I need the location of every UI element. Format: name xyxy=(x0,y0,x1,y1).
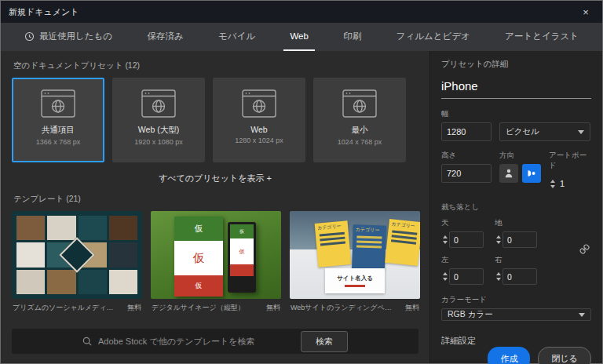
orientation-portrait-button[interactable] xyxy=(499,164,518,183)
template-card-social-media[interactable]: プリズムのソーシャルメディア... 無料 xyxy=(12,211,142,313)
bleed-right-input[interactable] xyxy=(502,268,537,285)
tab-label: モバイル xyxy=(218,31,255,42)
card-category-text: カテゴリー xyxy=(391,221,415,228)
artboard-count: 1 xyxy=(560,179,565,188)
tab-print[interactable]: 印刷 xyxy=(337,23,367,51)
document-name-field[interactable]: iPhone xyxy=(441,79,591,99)
browser-globe-icon xyxy=(342,89,377,118)
preset-card-web-large[interactable]: Web (大型) 1920 x 1080 px xyxy=(112,78,205,162)
preset-name: 最小 xyxy=(352,125,368,136)
presets-heading-text: 空のドキュメントプリセット xyxy=(13,60,122,70)
bleed-left-label: 左 xyxy=(441,255,484,265)
search-icon xyxy=(82,337,92,346)
height-input[interactable] xyxy=(441,164,492,183)
landing-card-yellow: カテゴリー xyxy=(315,220,352,267)
tab-art-illustration[interactable]: アートとイラスト xyxy=(499,23,585,51)
tab-recent[interactable]: 最近使用したもの xyxy=(18,23,119,51)
bleed-right-stepper[interactable] xyxy=(495,272,502,281)
main-area: 空のドキュメントプリセット (12) 共通項目 1366 x 768 px xyxy=(1,51,602,363)
preset-card-list: 共通項目 1366 x 768 px Web (大型) 1920 x 1080 … xyxy=(12,78,418,162)
bleed-right-label: 右 xyxy=(495,255,537,265)
bleed-bottom-label: 地 xyxy=(495,218,537,228)
template-name: デジタルサイネージ（縦型） xyxy=(152,303,245,313)
link-values-button[interactable] xyxy=(577,242,591,256)
bleed-bottom-stepper[interactable] xyxy=(495,235,502,244)
color-mode-select[interactable]: RGB カラー xyxy=(441,308,591,321)
close-button[interactable]: 閉じる xyxy=(538,347,591,364)
tab-bar: 最近使用したもの 保存済み モバイル Web 印刷 フィルムとビデオ アートとイ… xyxy=(1,23,602,51)
bleed-bottom-group: 地 xyxy=(495,218,537,248)
tab-mobile[interactable]: モバイル xyxy=(212,23,261,51)
unit-value: ピクセル xyxy=(506,126,539,137)
template-price: 無料 xyxy=(405,303,419,313)
card-category-text: カテゴリー xyxy=(356,227,380,232)
tab-film-video[interactable]: フィルムとビデオ xyxy=(390,23,477,51)
window-title: 新規ドキュメント xyxy=(1,6,79,18)
template-name: Webサイトのランディングページ xyxy=(291,303,393,313)
bleed-right-group: 右 xyxy=(495,255,537,285)
tab-label: 最近使用したもの xyxy=(39,31,112,42)
content-area: 空のドキュメントプリセット (12) 共通項目 1366 x 768 px xyxy=(1,51,429,363)
panel-heading: プリセットの詳細 xyxy=(441,59,591,70)
height-label: 高さ xyxy=(441,151,492,161)
poster-text: 仮 xyxy=(174,241,223,276)
bleed-label: 裁ち落とし xyxy=(441,202,591,213)
bleed-top-stepper[interactable] xyxy=(441,235,449,244)
template-thumbnail: カテゴリー カテゴリー カテゴリー サイト名入る xyxy=(290,211,420,299)
template-price: 無料 xyxy=(266,303,280,313)
browser-globe-icon xyxy=(141,89,176,118)
title-bar: 新規ドキュメント × xyxy=(1,1,602,23)
preset-card-common[interactable]: 共通項目 1366 x 768 px xyxy=(12,78,104,162)
height-field-group: 高さ xyxy=(441,151,492,193)
template-thumbnail: 仮 仮 仮 仮 仮 xyxy=(151,211,281,299)
tab-label: アートとイラスト xyxy=(505,31,579,42)
template-card-list: プリズムのソーシャルメディア... 無料 仮 仮 仮 仮 xyxy=(12,211,418,313)
bleed-top-group: 天 xyxy=(441,218,484,248)
close-icon[interactable]: × xyxy=(569,1,602,23)
show-all-presets-link[interactable]: すべてのプリセットを表示 + xyxy=(12,173,418,184)
bleed-left-input[interactable] xyxy=(449,268,484,285)
artboard-label: アートボード xyxy=(549,151,591,171)
preset-size: 1024 x 768 px xyxy=(338,138,382,146)
stepper-up-icon xyxy=(550,180,555,183)
chevron-down-icon xyxy=(578,130,584,134)
width-input[interactable] xyxy=(441,122,492,141)
preset-size: 1366 x 768 px xyxy=(36,138,81,146)
orientation-landscape-button[interactable] xyxy=(522,164,541,183)
create-button[interactable]: 作成 xyxy=(488,347,530,364)
landing-card-yellow2: カテゴリー xyxy=(385,219,420,266)
unit-select[interactable]: ピクセル xyxy=(499,122,590,141)
tab-web[interactable]: Web xyxy=(283,23,314,51)
kiosk-text: 仮 xyxy=(230,238,254,264)
preset-card-web[interactable]: Web 1280 x 1024 px xyxy=(213,78,305,162)
template-search-bar: 検索 xyxy=(12,329,418,354)
template-card-digital-signage[interactable]: 仮 仮 仮 仮 仮 デジタルサイネージ（ xyxy=(151,211,281,313)
templates-heading-text: テンプレート xyxy=(13,194,64,203)
advanced-settings-toggle[interactable]: 詳細設定 xyxy=(441,335,591,347)
color-mode-label: カラーモード xyxy=(441,295,591,305)
bleed-left-group: 左 xyxy=(441,255,484,285)
orientation-group: 方向 xyxy=(499,151,541,193)
portrait-person-icon xyxy=(504,168,513,179)
preset-card-minimum[interactable]: 最小 1024 x 768 px xyxy=(313,78,406,162)
artboard-stepper[interactable] xyxy=(549,180,557,188)
landing-card-blue: カテゴリー xyxy=(352,224,386,269)
preset-name: Web xyxy=(250,125,267,134)
orientation-label: 方向 xyxy=(499,151,541,161)
bleed-bottom-input[interactable] xyxy=(502,231,537,248)
search-button[interactable]: 検索 xyxy=(301,331,348,352)
landscape-person-icon xyxy=(527,168,536,179)
artboard-group: アートボード 1 xyxy=(549,151,591,193)
template-thumbnail xyxy=(12,211,142,299)
signage-poster: 仮 仮 仮 xyxy=(174,217,223,297)
tab-saved[interactable]: 保存済み xyxy=(141,23,189,51)
bleed-left-stepper[interactable] xyxy=(441,272,449,281)
landing-site-card: サイト名入る xyxy=(325,268,385,293)
bleed-section: 天 地 xyxy=(441,218,591,292)
bleed-top-input[interactable] xyxy=(449,231,484,248)
tab-label: 保存済み xyxy=(147,31,183,42)
tab-label: フィルムとビデオ xyxy=(397,31,470,42)
search-input[interactable] xyxy=(98,337,279,346)
browser-globe-icon xyxy=(242,89,276,118)
template-card-landing-page[interactable]: カテゴリー カテゴリー カテゴリー サイト名入る xyxy=(290,211,420,313)
